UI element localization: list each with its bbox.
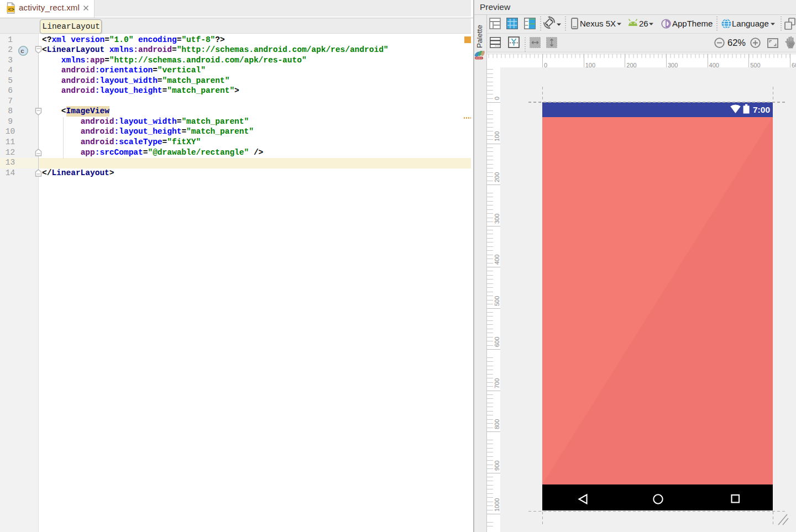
svg-text:c: c — [20, 48, 24, 54]
svg-text:<>: <> — [8, 7, 15, 13]
